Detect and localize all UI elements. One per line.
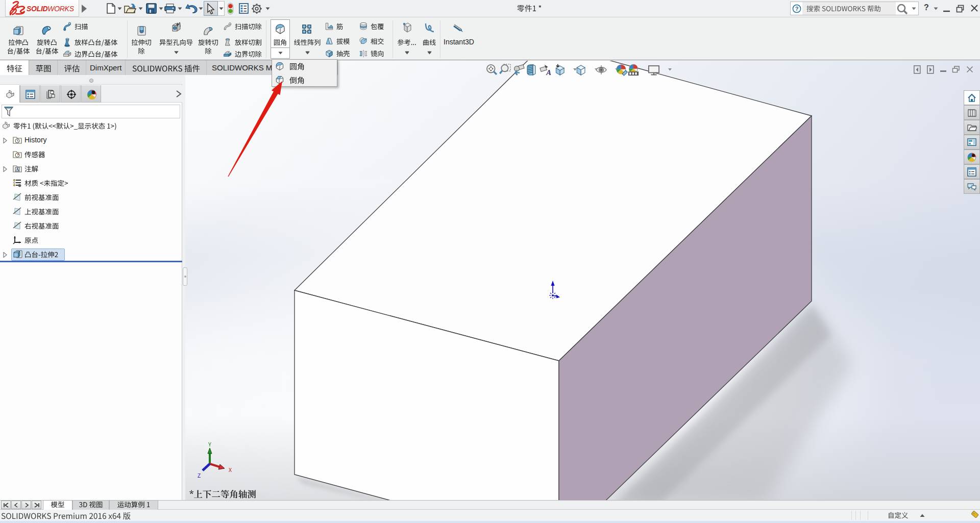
svg-text:?: ? — [795, 6, 799, 12]
svg-text:A: A — [546, 68, 551, 77]
svg-text:A: A — [16, 167, 19, 172]
